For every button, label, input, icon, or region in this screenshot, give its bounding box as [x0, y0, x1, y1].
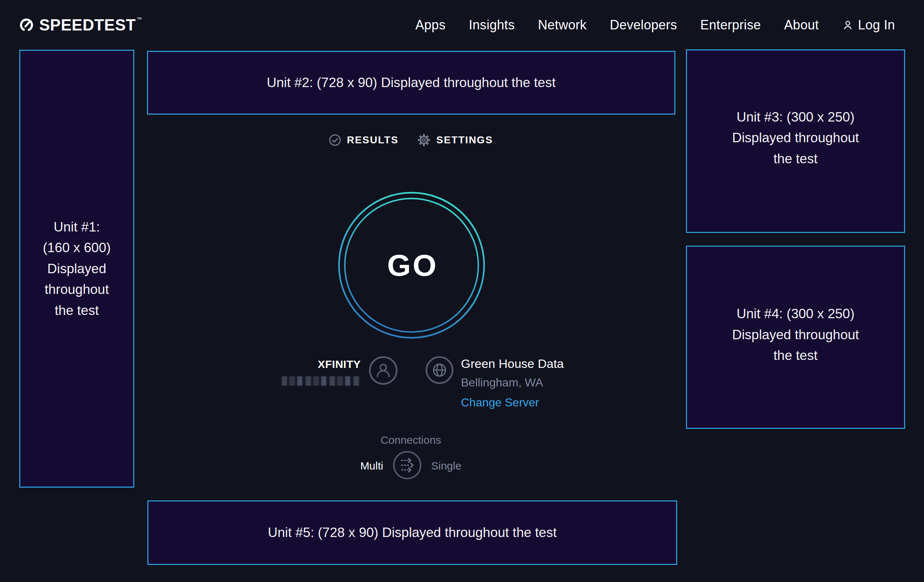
check-circle-icon [329, 134, 341, 146]
ad-unit-1: Unit #1: (160 x 600) Displayed throughou… [19, 50, 134, 488]
multi-connections-icon [393, 451, 422, 480]
login-label: Log In [858, 17, 895, 33]
tab-settings-label: SETTINGS [436, 134, 493, 146]
login-button[interactable]: Log In [842, 17, 895, 33]
go-button[interactable]: GO [335, 189, 488, 341]
trademark: ™ [137, 16, 142, 22]
change-server-link[interactable]: Change Server [461, 396, 564, 409]
ad-unit-5-label: Unit #5: (728 x 90) Displayed throughout… [268, 522, 557, 543]
ad-unit-1-label: Unit #1: (160 x 600) Displayed throughou… [43, 217, 111, 321]
main-nav: Apps Insights Network Developers Enterpr… [415, 17, 895, 33]
connection-mode-toggle[interactable] [393, 451, 422, 481]
nav-item-enterprise[interactable]: Enterprise [700, 17, 761, 33]
isp-name: XFINITY [282, 358, 361, 371]
ad-unit-4: Unit #4: (300 x 250) Displayed throughou… [686, 246, 905, 429]
connections-label: Connections [381, 434, 441, 446]
tabs-row: RESULTS [135, 134, 686, 147]
brand-name: SPEEDTEST™ [39, 17, 142, 33]
nav-item-developers[interactable]: Developers [610, 17, 677, 33]
server-name: Green House Data [461, 357, 564, 371]
tab-results[interactable]: RESULTS [329, 134, 399, 146]
header: SPEEDTEST™ Apps Insights Network Develop… [0, 0, 924, 50]
multi-label: Multi [360, 460, 383, 472]
isp-info: XFINITY [282, 356, 398, 386]
go-label: GO [335, 189, 488, 341]
nav-item-network[interactable]: Network [538, 17, 586, 33]
nav-item-about[interactable]: About [784, 17, 819, 33]
connections-toggle-row: Multi Single [360, 451, 462, 481]
ad-unit-2-label: Unit #2: (728 x 90) Displayed throughout… [267, 72, 556, 93]
server-location: Bellingham, WA [461, 376, 564, 389]
connections-section: Connections Multi Single [135, 434, 686, 481]
ad-unit-3-label: Unit #3: (300 x 250) Displayed throughou… [732, 107, 859, 169]
ip-address-redacted [282, 376, 361, 386]
ad-unit-3: Unit #3: (300 x 250) Displayed throughou… [686, 49, 905, 233]
ad-unit-2: Unit #2: (728 x 90) Displayed throughout… [147, 51, 675, 115]
server-info: Green House Data Bellingham, WA Change S… [425, 356, 564, 409]
globe-circle-icon [425, 356, 454, 384]
speedtest-logo[interactable]: SPEEDTEST™ [20, 17, 142, 33]
ad-unit-4-label: Unit #4: (300 x 250) Displayed throughou… [732, 303, 859, 366]
nav-item-insights[interactable]: Insights [469, 17, 515, 33]
tab-settings[interactable]: SETTINGS [417, 134, 493, 147]
tab-results-label: RESULTS [347, 134, 399, 146]
gear-icon [417, 134, 431, 147]
ad-unit-5: Unit #5: (728 x 90) Displayed throughout… [147, 500, 677, 565]
single-label: Single [431, 460, 461, 472]
user-icon [842, 19, 854, 31]
speedtest-page: SPEEDTEST™ Apps Insights Network Develop… [0, 0, 924, 582]
gauge-icon [20, 18, 33, 32]
nav-item-apps[interactable]: Apps [415, 17, 445, 33]
person-circle-icon [369, 356, 398, 385]
